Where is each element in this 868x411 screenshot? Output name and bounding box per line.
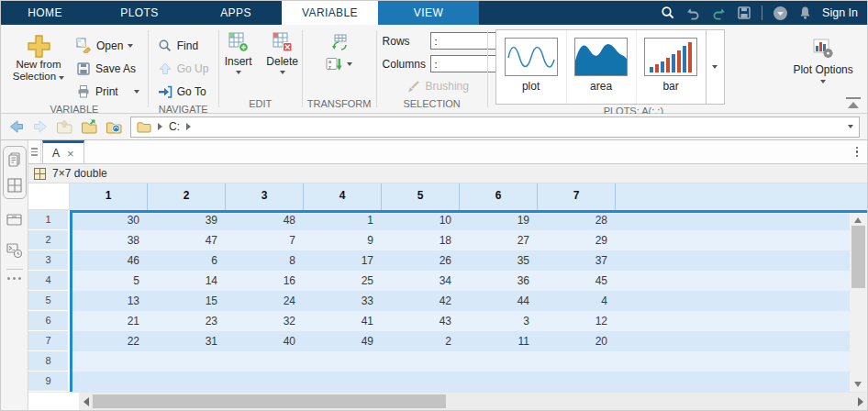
cell-2-1[interactable]: 38 — [70, 230, 148, 250]
scroll-down-arrow[interactable] — [854, 382, 862, 387]
cell-2-4[interactable]: 9 — [304, 230, 382, 250]
cell-8-6[interactable] — [460, 351, 538, 372]
cell-6-1[interactable]: 21 — [70, 311, 148, 331]
column-header-4[interactable]: 4 — [304, 183, 382, 210]
undo-icon[interactable] — [685, 6, 701, 20]
command-history-panel-icon[interactable] — [6, 241, 24, 260]
open-button[interactable]: Open — [72, 34, 143, 57]
cell-1-2[interactable]: 39 — [148, 210, 226, 230]
collapse-ribbon-button[interactable] — [846, 97, 861, 108]
cell-3-2[interactable]: 6 — [148, 250, 226, 271]
account-menu-icon[interactable] — [773, 6, 788, 21]
cell-4-7[interactable]: 45 — [538, 271, 616, 291]
cell-7-6[interactable]: 11 — [460, 331, 538, 351]
column-header-3[interactable]: 3 — [226, 183, 304, 210]
sign-in-link[interactable]: Sign In — [822, 6, 858, 19]
gallery-item-bar[interactable]: bar — [636, 30, 706, 104]
browse-folder-button[interactable] — [81, 119, 98, 134]
address-field[interactable]: C: — [130, 117, 860, 138]
cell-9-5[interactable] — [382, 372, 460, 392]
new-from-selection-button[interactable]: New from Selection — [5, 30, 72, 83]
documents-panel-icon[interactable] — [6, 150, 24, 169]
row-header-9[interactable]: 9 — [28, 372, 70, 392]
vertical-scrollbar[interactable] — [850, 213, 867, 392]
close-tab-icon[interactable]: × — [67, 147, 74, 161]
cell-3-1[interactable]: 46 — [70, 250, 148, 271]
transpose-button[interactable] — [330, 34, 349, 50]
go-to-button[interactable]: Go To — [154, 80, 213, 103]
tab-plots[interactable]: PLOTS — [89, 1, 190, 25]
row-header-1[interactable]: 1 — [28, 210, 70, 230]
cell-6-4[interactable]: 41 — [304, 311, 382, 331]
cell-8-4[interactable] — [304, 351, 382, 372]
horizontal-scroll-track[interactable] — [93, 393, 853, 410]
variables-panel-icon[interactable] — [6, 176, 24, 194]
up-one-level-button[interactable] — [56, 119, 73, 134]
tab-view[interactable]: VIEW — [378, 1, 479, 25]
cell-3-3[interactable]: 8 — [226, 250, 304, 271]
cell-5-1[interactable]: 13 — [70, 291, 148, 311]
go-up-button[interactable]: Go Up — [154, 57, 213, 80]
more-panels-button[interactable] — [7, 277, 21, 280]
cell-5-7[interactable]: 4 — [538, 291, 616, 311]
cell-2-5[interactable]: 18 — [382, 230, 460, 250]
brushing-button[interactable]: Brushing — [406, 75, 469, 97]
cell-5-6[interactable]: 44 — [460, 291, 538, 311]
cell-3-6[interactable]: 35 — [460, 250, 538, 271]
cell-9-1[interactable] — [70, 372, 148, 392]
cell-3-4[interactable]: 17 — [304, 250, 382, 271]
cloud-folder-button[interactable] — [106, 119, 123, 134]
cell-7-1[interactable]: 22 — [70, 331, 148, 351]
horizontal-scroll-thumb[interactable] — [93, 394, 446, 408]
cell-3-5[interactable]: 26 — [382, 250, 460, 271]
scroll-right-arrow[interactable] — [853, 393, 867, 410]
cell-9-6[interactable] — [460, 372, 538, 392]
cell-4-4[interactable]: 25 — [304, 271, 382, 291]
row-header-5[interactable]: 5 — [28, 291, 70, 311]
cell-2-6[interactable]: 27 — [460, 230, 538, 250]
cell-8-2[interactable] — [148, 351, 226, 372]
cell-8-5[interactable] — [382, 351, 460, 372]
cell-1-6[interactable]: 19 — [460, 210, 538, 230]
cell-4-6[interactable]: 36 — [460, 271, 538, 291]
row-header-8[interactable]: 8 — [28, 351, 70, 372]
scroll-left-arrow[interactable] — [79, 393, 93, 410]
gallery-item-plot[interactable]: plot — [496, 30, 566, 104]
save-icon[interactable] — [737, 6, 751, 20]
cell-8-7[interactable] — [538, 351, 616, 372]
cell-9-3[interactable] — [226, 372, 304, 392]
cell-7-3[interactable]: 40 — [226, 331, 304, 351]
cell-9-7[interactable] — [538, 372, 616, 392]
column-header-6[interactable]: 6 — [460, 183, 538, 210]
insert-button[interactable]: Insert — [219, 30, 258, 74]
cell-8-1[interactable] — [70, 351, 148, 372]
cell-1-5[interactable]: 10 — [382, 210, 460, 230]
cell-2-7[interactable]: 29 — [538, 230, 616, 250]
tabstrip-menu-icon[interactable] — [28, 140, 41, 163]
cell-7-2[interactable]: 31 — [148, 331, 226, 351]
cell-7-7[interactable]: 20 — [538, 331, 616, 351]
cell-8-3[interactable] — [226, 351, 304, 372]
cell-3-7[interactable]: 37 — [538, 250, 616, 271]
document-actions-icon[interactable] — [856, 147, 859, 158]
plot-options-button[interactable]: Plot Options — [784, 30, 862, 83]
forward-button[interactable] — [32, 118, 49, 135]
cell-5-5[interactable]: 42 — [382, 291, 460, 311]
cell-1-4[interactable]: 1 — [304, 210, 382, 230]
cell-5-2[interactable]: 15 — [148, 291, 226, 311]
gallery-item-area[interactable]: area — [566, 30, 636, 104]
cell-2-3[interactable]: 7 — [226, 230, 304, 250]
find-button[interactable]: Find — [154, 34, 213, 57]
vertical-scroll-thumb[interactable] — [851, 226, 865, 288]
tab-apps[interactable]: APPS — [190, 1, 282, 25]
row-header-3[interactable]: 3 — [28, 250, 70, 271]
delete-button[interactable]: Delete — [263, 30, 302, 74]
cell-2-2[interactable]: 47 — [148, 230, 226, 250]
document-tab-A[interactable]: A × — [42, 140, 84, 163]
column-header-1[interactable]: 1 — [70, 183, 148, 210]
tray-panel-icon[interactable] — [6, 210, 24, 228]
address-dropdown-caret[interactable] — [848, 125, 853, 128]
row-header-4[interactable]: 4 — [28, 271, 70, 291]
cell-6-6[interactable]: 3 — [460, 311, 538, 331]
cell-9-4[interactable] — [304, 372, 382, 392]
